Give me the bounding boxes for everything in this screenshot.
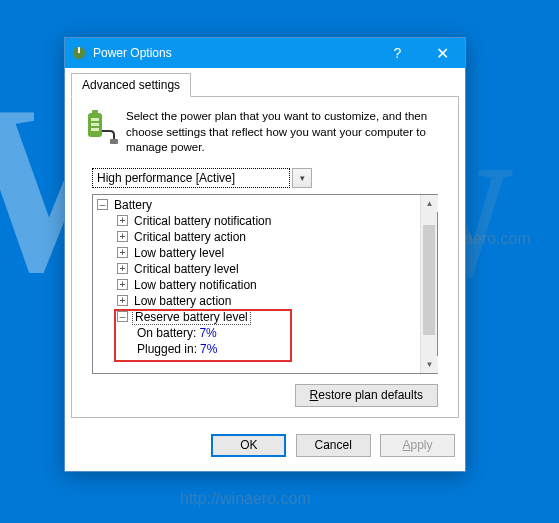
- tree-node-battery[interactable]: – Battery: [93, 197, 420, 213]
- expand-icon[interactable]: +: [117, 295, 128, 306]
- value: 7%: [199, 326, 216, 340]
- power-plan-select-row: High performance [Active] ▾: [92, 168, 438, 188]
- scroll-down-icon[interactable]: ▼: [421, 356, 438, 373]
- chevron-down-icon: ▾: [300, 173, 305, 183]
- cancel-button[interactable]: Cancel: [296, 434, 371, 457]
- tree-label: Battery: [112, 198, 154, 212]
- intro-section: Select the power plan that you want to c…: [80, 105, 450, 166]
- settings-tree-body[interactable]: – Battery +Critical battery notification…: [93, 195, 420, 373]
- tree-value-plugged-in[interactable]: Plugged in:7%: [93, 341, 420, 357]
- restore-defaults-button[interactable]: Restore plan defaults: [295, 384, 438, 407]
- tree-label: Critical battery notification: [132, 214, 273, 228]
- power-plan-dropdown-button[interactable]: ▾: [292, 168, 312, 188]
- power-options-dialog: Power Options ? ✕ Advanced settings Sele…: [64, 37, 466, 472]
- tree-node[interactable]: +Critical battery notification: [93, 213, 420, 229]
- svg-rect-3: [92, 110, 98, 114]
- tree-node[interactable]: +Low battery notification: [93, 277, 420, 293]
- tree-value-on-battery[interactable]: On battery:7%: [93, 325, 420, 341]
- dialog-buttons-row: OK Cancel Apply: [65, 424, 465, 471]
- expand-icon[interactable]: +: [117, 263, 128, 274]
- tree-label: Low battery notification: [132, 278, 259, 292]
- tree-label: Reserve battery level: [132, 309, 251, 325]
- tree-label: Low battery action: [132, 294, 233, 308]
- battery-plug-icon: [82, 109, 118, 145]
- svg-rect-6: [91, 128, 99, 131]
- scroll-up-icon[interactable]: ▲: [421, 195, 438, 212]
- collapse-icon[interactable]: –: [117, 311, 128, 322]
- help-button[interactable]: ?: [375, 38, 420, 68]
- tab-advanced-settings[interactable]: Advanced settings: [71, 73, 191, 97]
- tab-strip: Advanced settings: [65, 68, 465, 96]
- tree-label: Critical battery level: [132, 262, 241, 276]
- power-plan-select[interactable]: High performance [Active]: [92, 168, 290, 188]
- tree-label: Critical battery action: [132, 230, 248, 244]
- tree-node[interactable]: +Critical battery action: [93, 229, 420, 245]
- expand-icon[interactable]: +: [117, 231, 128, 242]
- titlebar[interactable]: Power Options ? ✕: [65, 38, 465, 68]
- svg-rect-1: [78, 47, 80, 53]
- scroll-thumb[interactable]: [423, 225, 435, 335]
- value-label: On battery:: [137, 326, 196, 340]
- settings-tree: – Battery +Critical battery notification…: [92, 194, 438, 374]
- intro-text: Select the power plan that you want to c…: [126, 109, 448, 156]
- restore-row: Restore plan defaults: [80, 374, 450, 409]
- apply-button[interactable]: Apply: [380, 434, 455, 457]
- svg-rect-5: [91, 123, 99, 126]
- tree-scrollbar[interactable]: ▲ ▼: [420, 195, 437, 373]
- watermark-url: http://winaero.com: [180, 490, 311, 508]
- value-label: Plugged in:: [137, 342, 197, 356]
- tree-node[interactable]: +Low battery level: [93, 245, 420, 261]
- tree-label: Low battery level: [132, 246, 226, 260]
- power-options-icon: [71, 45, 87, 61]
- expand-icon[interactable]: +: [117, 247, 128, 258]
- svg-rect-7: [110, 139, 118, 144]
- svg-rect-4: [91, 118, 99, 121]
- tree-node-reserve-battery[interactable]: –Reserve battery level: [93, 309, 420, 325]
- expand-icon[interactable]: +: [117, 215, 128, 226]
- expand-icon[interactable]: +: [117, 279, 128, 290]
- tree-node[interactable]: +Low battery action: [93, 293, 420, 309]
- window-title: Power Options: [93, 46, 375, 60]
- close-button[interactable]: ✕: [420, 38, 465, 68]
- ok-button[interactable]: OK: [211, 434, 286, 457]
- collapse-icon[interactable]: –: [97, 199, 108, 210]
- dialog-content: Select the power plan that you want to c…: [71, 96, 459, 418]
- value: 7%: [200, 342, 217, 356]
- tree-node[interactable]: +Critical battery level: [93, 261, 420, 277]
